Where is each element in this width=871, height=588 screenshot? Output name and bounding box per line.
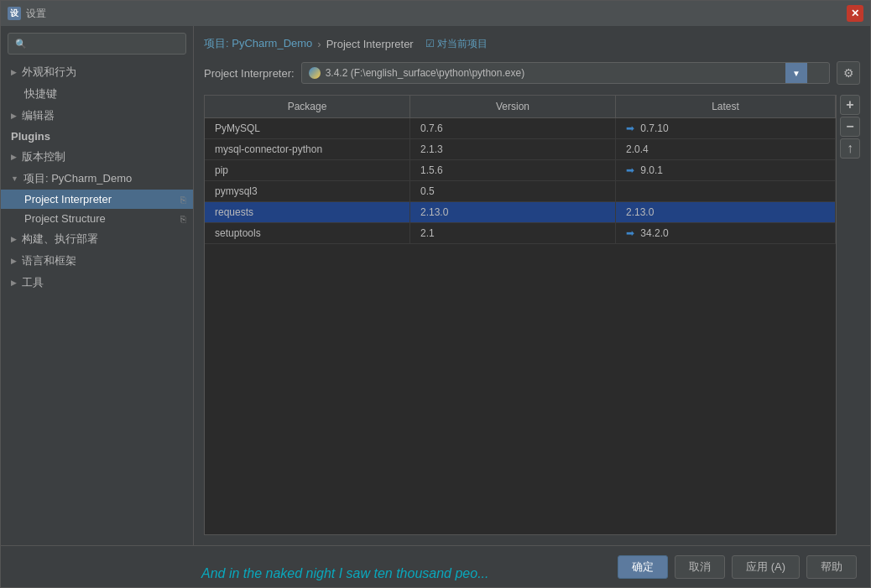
expand-arrow: ▶ <box>11 112 17 120</box>
table-wrapper: Package Version Latest PyMySQL 0 <box>204 95 860 535</box>
breadcrumb: 项目: PyCharm_Demo › Project Interpreter ☑… <box>204 36 860 51</box>
sidebar-item-label: Plugins <box>11 130 50 143</box>
table-row[interactable]: pymysql3 0.5 <box>205 181 836 202</box>
sidebar-item-project[interactable]: ▼ 项目: PyCharm_Demo <box>1 168 193 190</box>
expand-arrow: ▼ <box>11 174 18 183</box>
interpreter-select[interactable]: 3.4.2 (F:\english_surface\python\python.… <box>301 62 830 84</box>
cell-package: setuptools <box>205 223 410 243</box>
table-row[interactable]: mysql-connector-python 2.1.3 2.0.4 <box>205 139 836 160</box>
sidebar-item-label: Project Structure <box>24 212 106 225</box>
main-content: 项目: PyCharm_Demo › Project Interpreter ☑… <box>194 26 870 545</box>
cell-latest: ➡ 0.7.10 <box>616 118 836 138</box>
cell-version: 1.5.6 <box>410 160 616 180</box>
cell-latest: ➡ 34.2.0 <box>616 223 836 243</box>
sidebar-item-label: 编辑器 <box>22 108 55 123</box>
cell-package: requests <box>205 202 410 222</box>
cancel-button[interactable]: 取消 <box>675 555 725 579</box>
apply-button[interactable]: 应用 (A) <box>732 555 800 579</box>
cell-version: 0.5 <box>410 181 616 201</box>
breadcrumb-current: Project Interpreter <box>326 38 414 50</box>
cell-package: mysql-connector-python <box>205 139 410 159</box>
cell-version: 2.1 <box>410 223 616 243</box>
expand-arrow: ▶ <box>11 235 17 243</box>
breadcrumb-project-link[interactable]: 项目: PyCharm_Demo <box>204 36 312 51</box>
cell-latest: 2.0.4 <box>616 139 836 159</box>
cell-latest <box>616 181 836 201</box>
upgrade-arrow-icon: ➡ <box>626 122 634 134</box>
sidebar-item-appearance[interactable]: ▶ 外观和行为 <box>1 61 193 83</box>
upgrade-arrow-icon: ➡ <box>626 164 634 176</box>
sidebar-item-label: 语言和框架 <box>22 253 76 268</box>
table-row[interactable]: setuptools 2.1 ➡ 34.2.0 <box>205 223 836 244</box>
remove-icon: − <box>846 119 853 134</box>
add-icon: + <box>846 97 853 112</box>
sidebar-item-lang[interactable]: ▶ 语言和框架 <box>1 250 193 272</box>
cell-package: pymysql3 <box>205 181 410 201</box>
sidebar-item-label: 外观和行为 <box>22 65 76 80</box>
content-area: 🔍 ▶ 外观和行为 快捷键 ▶ 编辑器 Plugins ▶ 版本控制 <box>1 26 870 545</box>
column-package: Package <box>205 96 410 117</box>
packages-table: Package Version Latest PyMySQL 0 <box>204 95 837 535</box>
column-latest: Latest <box>616 96 836 117</box>
expand-arrow: ▶ <box>11 278 17 287</box>
footer: 确定 取消 应用 (A) 帮助 <box>1 545 870 587</box>
breadcrumb-separator: › <box>317 38 321 50</box>
upgrade-package-button[interactable]: ↑ <box>840 138 860 159</box>
sidebar-item-vcs[interactable]: ▶ 版本控制 <box>1 146 193 168</box>
sidebar-item-label: 构建、执行部署 <box>22 232 98 247</box>
chevron-down-icon: ▼ <box>792 69 801 78</box>
gear-icon: ⚙ <box>843 66 854 80</box>
ok-button[interactable]: 确定 <box>618 555 668 579</box>
cell-version: 2.13.0 <box>410 202 616 222</box>
sidebar-item-editor[interactable]: ▶ 编辑器 <box>1 105 193 127</box>
interpreter-value: 3.4.2 (F:\english_surface\python\python.… <box>326 67 524 79</box>
close-button[interactable]: ✕ <box>847 5 863 22</box>
cell-package: PyMySQL <box>205 118 410 138</box>
sidebar-item-project-structure[interactable]: Project Structure ⎘ <box>1 209 193 228</box>
window-title: 设置 <box>26 7 46 21</box>
sidebar-item-label: 快捷键 <box>24 86 57 101</box>
sidebar-item-project-interpreter[interactable]: Project Interpreter ⎘ <box>1 190 193 209</box>
copy-icon: ⎘ <box>180 214 186 224</box>
settings-window: 设 设置 ✕ 🔍 ▶ 外观和行为 快捷键 ▶ 编辑器 Plugins <box>0 0 871 588</box>
sidebar-item-label: Project Interpreter <box>24 193 112 206</box>
sidebar: 🔍 ▶ 外观和行为 快捷键 ▶ 编辑器 Plugins ▶ 版本控制 <box>1 26 194 545</box>
cell-version: 2.1.3 <box>410 139 616 159</box>
table-row[interactable]: requests 2.13.0 2.13.0 <box>205 202 836 223</box>
cell-package: pip <box>205 160 410 180</box>
table-body: PyMySQL 0.7.6 ➡ 0.7.10 mysql-connector-p… <box>205 118 836 534</box>
title-bar-left: 设 设置 <box>8 7 46 21</box>
table-row[interactable]: PyMySQL 0.7.6 ➡ 0.7.10 <box>205 118 836 139</box>
table-row[interactable]: pip 1.5.6 ➡ 9.0.1 <box>205 160 836 181</box>
interpreter-settings-button[interactable]: ⚙ <box>837 61 860 85</box>
add-package-button[interactable]: + <box>840 95 860 115</box>
help-button[interactable]: 帮助 <box>806 555 857 579</box>
interpreter-label: Project Interpreter: <box>204 67 295 80</box>
title-bar: 设 设置 ✕ <box>1 1 870 26</box>
table-header: Package Version Latest <box>205 96 836 118</box>
expand-arrow: ▶ <box>11 257 17 265</box>
upgrade-icon: ↑ <box>847 141 853 156</box>
dropdown-arrow-btn[interactable]: ▼ <box>785 63 807 83</box>
sidebar-item-label: 版本控制 <box>22 149 65 164</box>
cell-latest: ➡ 9.0.1 <box>616 160 836 180</box>
sidebar-item-tools[interactable]: ▶ 工具 <box>1 272 193 294</box>
python-icon <box>309 67 321 79</box>
expand-arrow: ▶ <box>11 153 17 161</box>
cell-latest: 2.13.0 <box>616 202 836 222</box>
sidebar-item-keymap[interactable]: 快捷键 <box>1 83 193 105</box>
sidebar-item-build[interactable]: ▶ 构建、执行部署 <box>1 228 193 250</box>
search-icon: 🔍 <box>15 39 27 49</box>
expand-arrow: ▶ <box>11 68 17 76</box>
search-box[interactable]: 🔍 <box>8 33 186 55</box>
search-input[interactable] <box>32 38 179 49</box>
copy-icon: ⎘ <box>180 195 186 205</box>
remove-package-button[interactable]: − <box>840 117 860 137</box>
sidebar-item-label: 项目: PyCharm_Demo <box>23 171 132 186</box>
column-version: Version <box>410 96 616 117</box>
sidebar-item-label: 工具 <box>22 275 44 290</box>
apply-current-project[interactable]: ☑ 对当前项目 <box>425 37 488 51</box>
table-actions: + − ↑ <box>840 95 860 535</box>
upgrade-arrow-icon: ➡ <box>626 227 634 239</box>
sidebar-item-plugins[interactable]: Plugins <box>1 127 193 146</box>
